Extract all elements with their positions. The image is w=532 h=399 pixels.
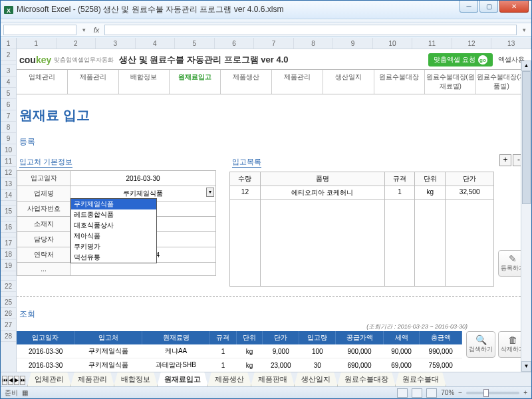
nav-item[interactable]: 원재료입고 — [170, 70, 221, 94]
lookup-cell[interactable]: kg — [236, 358, 263, 372]
nav-item[interactable]: 원료수불대장(원재료별) — [425, 70, 476, 94]
maximize-button[interactable]: ▢ — [479, 1, 498, 13]
row-header[interactable]: 8 — [1, 122, 16, 133]
col-header[interactable]: 4 — [136, 38, 176, 49]
minimize-button[interactable]: ─ — [460, 1, 478, 13]
tab-prev-icon[interactable]: ◀ — [8, 376, 13, 385]
add-row-button[interactable]: + — [499, 154, 511, 166]
row-header[interactable] — [1, 276, 16, 281]
lookup-cell[interactable]: 990,000 — [420, 344, 462, 358]
row-header[interactable]: 5 — [1, 88, 16, 99]
nav-item[interactable]: 제품관리 — [68, 70, 119, 94]
formula-input[interactable] — [104, 25, 517, 35]
row-header[interactable]: 11 — [1, 156, 16, 167]
name-box[interactable] — [3, 25, 76, 35]
lookup-cell[interactable]: 9,000 — [263, 344, 299, 358]
tab-last-icon[interactable]: ⏭ — [20, 376, 25, 385]
nav-item[interactable]: 생산일지 — [323, 70, 374, 94]
inbound-cell[interactable]: 에티오피아 코케허니 — [260, 186, 384, 200]
row-header[interactable]: 7 — [1, 110, 16, 122]
lookup-cell[interactable]: 1 — [210, 358, 237, 372]
nav-item[interactable]: 원료수불대장(제품별) — [476, 70, 527, 94]
zoom-out-button[interactable]: − — [458, 389, 462, 396]
lookup-cell[interactable]: 69,000 — [383, 358, 420, 372]
dropdown-option[interactable]: 덕선유통 — [71, 252, 156, 263]
row-header[interactable]: 16 — [1, 221, 16, 233]
col-header[interactable]: 2 — [57, 38, 96, 49]
lookup-cell[interactable]: 쿠키제일식품 — [74, 358, 142, 372]
row-header[interactable]: 22 — [1, 281, 16, 292]
row-header[interactable]: 17 — [1, 237, 16, 249]
inbound-empty-cell[interactable] — [384, 200, 415, 287]
row-header[interactable]: 15 — [1, 205, 16, 217]
lookup-cell[interactable]: 2016-03-30 — [17, 344, 74, 358]
dropdown-option[interactable]: 대호식품상사 — [71, 220, 156, 231]
col-header[interactable]: 1 — [17, 38, 57, 49]
row-header[interactable]: 10 — [1, 144, 16, 156]
scroll-down-icon[interactable]: ▼ — [521, 361, 531, 372]
inbound-empty-cell[interactable] — [415, 200, 446, 287]
tab-next-icon[interactable]: ▶ — [14, 376, 19, 385]
close-button[interactable]: ✕ — [499, 1, 529, 13]
inbound-cell[interactable]: 32,500 — [446, 186, 494, 200]
row-header[interactable]: 3 — [1, 65, 16, 76]
info-value[interactable]: 쿠키제일식품▾쿠키제일식품레드종합식품대호식품상사제아식품쿠키명가덕선유통 — [70, 186, 216, 201]
nav-item[interactable]: 업체관리 — [17, 70, 68, 94]
row-header[interactable]: 9 — [1, 133, 16, 144]
row-header[interactable]: 18 — [1, 249, 16, 260]
lookup-cell[interactable]: 쿠키제일식품 — [74, 344, 142, 358]
row-header[interactable]: 13 — [1, 178, 16, 190]
custom-excel-request-button[interactable]: 맞춤엑셀 요청go — [428, 53, 493, 66]
row-header[interactable] — [1, 233, 16, 237]
inbound-empty-cell[interactable] — [260, 200, 384, 287]
namebox-dropdown-icon[interactable]: ▾ — [79, 27, 88, 33]
sheet-tab[interactable]: 제품생산 — [207, 372, 251, 386]
nav-item[interactable]: 제품생산 — [221, 70, 272, 94]
dropdown-icon[interactable]: ▾ — [206, 188, 214, 197]
sheet-tab[interactable]: 생산일지 — [294, 372, 338, 386]
lookup-cell[interactable]: kg — [236, 344, 263, 358]
normal-view-button[interactable] — [397, 388, 408, 398]
col-header[interactable]: 9 — [333, 38, 373, 49]
lookup-cell[interactable]: 100 — [299, 344, 336, 358]
col-header[interactable]: 12 — [452, 38, 492, 49]
col-header[interactable]: 8 — [294, 38, 334, 49]
inbound-cell[interactable]: 12 — [230, 186, 261, 200]
row-header[interactable]: 27 — [1, 319, 16, 331]
dropdown-option[interactable]: 쿠키제일식품 — [71, 199, 156, 209]
row-header[interactable]: 14 — [1, 190, 16, 201]
search-button[interactable]: 🔍 검색하기 — [466, 331, 495, 358]
inbound-cell[interactable]: 1 — [384, 186, 415, 200]
zoom-slider[interactable] — [466, 392, 519, 394]
dropdown-option[interactable]: 쿠키명가 — [71, 241, 156, 252]
sheet-tab[interactable]: 제품관리 — [70, 372, 114, 386]
row-header[interactable]: 25 — [1, 297, 16, 308]
fx-icon[interactable]: fx — [91, 26, 102, 34]
row-header[interactable] — [1, 292, 16, 297]
macro-icon[interactable]: ▦ — [22, 389, 28, 396]
dropdown-option[interactable]: 레드종합식품 — [71, 209, 156, 220]
row-header[interactable]: 1 — [1, 38, 16, 49]
sheet-tab[interactable]: 업체관리 — [27, 372, 71, 386]
scroll-thumb[interactable] — [522, 71, 531, 204]
info-value[interactable] — [70, 263, 216, 276]
lookup-cell[interactable]: 케냐AA — [142, 344, 210, 358]
lookup-cell[interactable]: 30 — [299, 358, 336, 372]
formula-expand-icon[interactable]: ▾ — [519, 27, 529, 33]
inbound-empty-cell[interactable] — [230, 200, 261, 287]
lookup-cell[interactable]: 900,000 — [336, 344, 383, 358]
col-header[interactable]: 10 — [373, 38, 413, 49]
inbound-cell[interactable]: kg — [415, 186, 446, 200]
lookup-cell[interactable]: 23,000 — [263, 358, 299, 372]
scroll-up-icon[interactable]: ▲ — [521, 61, 531, 71]
row-header[interactable]: 28 — [1, 331, 16, 342]
sheet-tab[interactable]: 제품판매 — [251, 372, 295, 386]
lookup-cell[interactable]: 90,000 — [383, 344, 420, 358]
nav-item[interactable]: 제품관리 — [272, 70, 323, 94]
row-header[interactable] — [1, 271, 16, 276]
zoom-level[interactable]: 70% — [441, 389, 454, 396]
page-break-view-button[interactable] — [426, 388, 437, 398]
page-layout-view-button[interactable] — [412, 388, 422, 398]
dropdown-option[interactable]: 제아식품 — [71, 231, 156, 241]
info-value[interactable]: 2016-03-30 — [70, 171, 216, 186]
